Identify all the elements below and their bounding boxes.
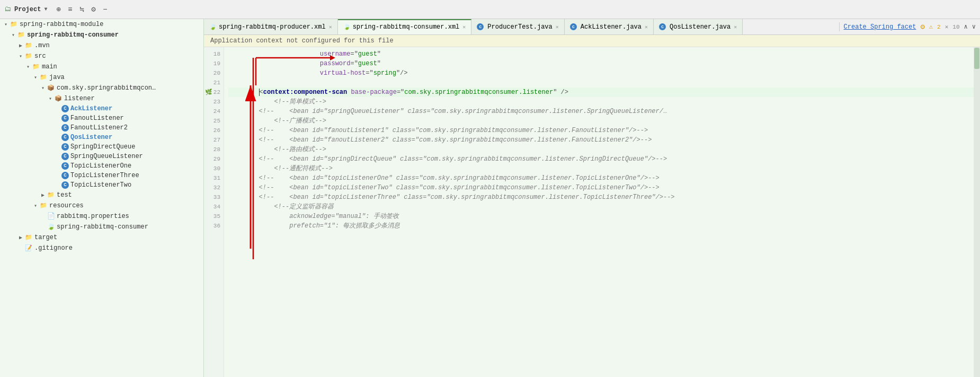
sidebar-item-fanout-listener[interactable]: C FanoutListener <box>0 113 203 123</box>
tab-close-icon[interactable]: ✕ <box>645 24 648 30</box>
folder-icon: 📁 <box>17 31 25 39</box>
sidebar-item-label: test <box>57 191 72 199</box>
top-bar: 🗂 Project ▼ ⊕ ≡ ≒ ⚙ − <box>0 0 980 19</box>
code-lines[interactable]: username="guest" password="guest" <box>224 47 974 233</box>
tab-spring-rabbitmq-consumer-xml[interactable]: 🍃 spring-rabbitmq-consumer.xml ✕ <box>338 19 472 35</box>
code-line-29: <!-- <bean id="springDirectQueue" class=… <box>228 154 974 164</box>
sidebar-item-target[interactable]: ▶ 📁 target <box>0 232 203 243</box>
sidebar-item-label: com.sky.springrabbitmqcon… <box>57 84 156 92</box>
tab-ack-listener-java[interactable]: C AckListener.java ✕ <box>565 19 654 35</box>
tab-close-icon[interactable]: ✕ <box>734 24 737 30</box>
minimize-icon[interactable]: − <box>100 5 110 14</box>
sidebar-item-label: listener <box>64 95 95 102</box>
class-icon: C <box>61 153 69 160</box>
code-line-30: <!--通配符模式--> <box>228 164 974 173</box>
sidebar-item-qos-listener[interactable]: C QosListener <box>0 133 203 142</box>
arrow-icon: ▾ <box>32 74 39 81</box>
sidebar-item-label: SpringDirectQueue <box>70 143 135 151</box>
tab-label: spring-rabbitmq-consumer.xml <box>353 23 460 31</box>
class-icon: C <box>61 105 69 112</box>
class-icon: C <box>61 115 69 122</box>
java-folder-icon: 📁 <box>39 73 48 82</box>
layout-icon[interactable]: ⊕ <box>54 5 63 14</box>
sidebar-item-topic-listener-three[interactable]: C TopicListenerThree <box>0 171 203 180</box>
sidebar-item-main[interactable]: ▾ 📁 main <box>0 62 203 72</box>
arrow-icon: ▾ <box>47 95 54 102</box>
settings-icon[interactable]: ⚙ <box>88 5 98 14</box>
sidebar-item-resources[interactable]: ▾ 📁 resources <box>0 200 203 211</box>
error-icon: ✕ <box>945 23 949 30</box>
tab-label: AckListener.java <box>581 23 642 31</box>
notification-text: Application context not configured for t… <box>210 37 394 45</box>
sidebar-item-topic-listener-one[interactable]: C TopicListenerOne <box>0 161 203 171</box>
code-line-26: <!-- <bean id="fanoutListener1" class="c… <box>228 126 974 135</box>
sidebar-item-label: FanoutListener <box>70 115 124 122</box>
tabs-bar: 🍃 spring-rabbitmq-producer.xml ✕ 🍃 sprin… <box>204 19 980 35</box>
sidebar-item-label: TopicListenerOne <box>70 162 131 170</box>
expand-icon[interactable]: ∧ <box>964 23 968 31</box>
sidebar-item-fanout-listener2[interactable]: C FanoutListener2 <box>0 123 203 133</box>
align-icon[interactable]: ≡ <box>65 5 75 14</box>
editor-notification: Application context not configured for t… <box>204 35 980 47</box>
sidebar-item-label: FanoutListener2 <box>70 124 128 131</box>
sidebar-item-test[interactable]: ▶ 📁 test <box>0 190 203 200</box>
tab-producer-test-java[interactable]: C ProducerTest.java ✕ <box>471 19 564 35</box>
sidebar-item-src[interactable]: ▾ 📁 src <box>0 51 203 62</box>
sidebar-item-rabbitmq-properties[interactable]: 📄 rabbitmq.properties <box>0 211 203 222</box>
sidebar-item-gitignore[interactable]: 📝 .gitignore <box>0 243 203 253</box>
tab-close-icon[interactable]: ✕ <box>462 24 466 30</box>
sidebar-item-label: TopicListenerThree <box>70 172 139 179</box>
sidebar-item-label: AckListener <box>70 105 112 112</box>
sidebar-item-mvn[interactable]: ▶ 📁 .mvn <box>0 40 203 51</box>
project-title: Project <box>14 6 41 13</box>
editor-scroll: 18 19 20 21 🌿22 23 24 25 26 27 28 29 <box>204 47 980 377</box>
scrollbar-track[interactable] <box>974 47 980 377</box>
sidebar-item-com-pkg[interactable]: ▾ 📦 com.sky.springrabbitmqcon… <box>0 83 203 93</box>
xml-tab-icon: 🍃 <box>209 23 217 30</box>
sidebar-item-ack-listener[interactable]: C AckListener <box>0 104 203 113</box>
sidebar-item-spring-rabbitmq-module[interactable]: ▾ 📁 spring-rabbitmq-module <box>0 19 203 30</box>
code-line-25: <!--广播模式--> <box>228 116 974 126</box>
collapse-icon[interactable]: ∨ <box>972 23 976 31</box>
sidebar-item-spring-direct-queue[interactable]: C SpringDirectQueue <box>0 142 203 152</box>
code-area: username="guest" password="guest" <box>224 47 974 377</box>
class-icon: C <box>61 134 69 141</box>
sidebar-item-listener[interactable]: ▾ 📦 listener <box>0 93 203 104</box>
code-line-31: <!-- <bean id="topicListenerOne" class="… <box>228 173 974 183</box>
arrow-icon: ▾ <box>17 53 24 59</box>
java-tab-icon: C <box>570 23 577 30</box>
class-icon: C <box>61 162 69 170</box>
sidebar-item-spring-xml[interactable]: 🍃 spring-rabbitmq-consumer <box>0 222 203 232</box>
code-line-24: <!-- <bean id="springQueueListener" clas… <box>228 107 974 116</box>
spring-facet-settings-icon[interactable]: ⚙ <box>920 22 924 31</box>
create-spring-facet-link[interactable]: Create Spring facet <box>844 23 916 31</box>
class-icon: C <box>61 143 69 151</box>
sidebar: ▾ 📁 spring-rabbitmq-module ▾ 📁 spring-ra… <box>0 19 204 377</box>
sidebar-item-spring-rabbitmq-consumer[interactable]: ▾ 📁 spring-rabbitmq-consumer <box>0 30 203 40</box>
project-dropdown-icon[interactable]: ▼ <box>44 6 47 12</box>
project-icon: 🗂 <box>4 5 11 13</box>
sidebar-item-label: java <box>49 74 65 81</box>
sidebar-item-label: spring-rabbitmq-consumer <box>27 31 119 39</box>
error-count: 10 <box>952 24 959 30</box>
code-line-18: username="guest" <box>228 49 974 59</box>
java-tab-icon: C <box>659 23 666 30</box>
code-line-34: <!--定义监听器容器 <box>228 202 974 212</box>
sidebar-item-topic-listener-two[interactable]: C TopicListenerTwo <box>0 180 203 190</box>
warning-icon: ⚠ <box>929 23 933 31</box>
sort-icon[interactable]: ≒ <box>77 5 86 14</box>
tab-label: ProducerTest.java <box>487 23 552 31</box>
sidebar-item-label: .gitignore <box>34 244 73 252</box>
editor-content: 18 19 20 21 🌿22 23 24 25 26 27 28 29 <box>204 47 980 377</box>
tab-close-icon[interactable]: ✕ <box>556 24 559 30</box>
tab-qos-listener-java[interactable]: C QosListener.java ✕ <box>654 19 743 35</box>
scrollbar-thumb[interactable] <box>974 48 979 69</box>
arrow-icon: ▾ <box>10 32 17 38</box>
tab-spring-rabbitmq-producer-xml[interactable]: 🍃 spring-rabbitmq-producer.xml ✕ <box>204 19 338 35</box>
sidebar-item-java[interactable]: ▾ 📁 java <box>0 72 203 83</box>
class-icon: C <box>61 181 69 189</box>
sidebar-item-spring-queue-listener[interactable]: C SpringQueueListener <box>0 152 203 161</box>
tab-close-icon[interactable]: ✕ <box>329 24 332 30</box>
code-line-22: <context:component-scan base-package="co… <box>228 87 974 97</box>
folder-icon: 📁 <box>24 52 33 60</box>
